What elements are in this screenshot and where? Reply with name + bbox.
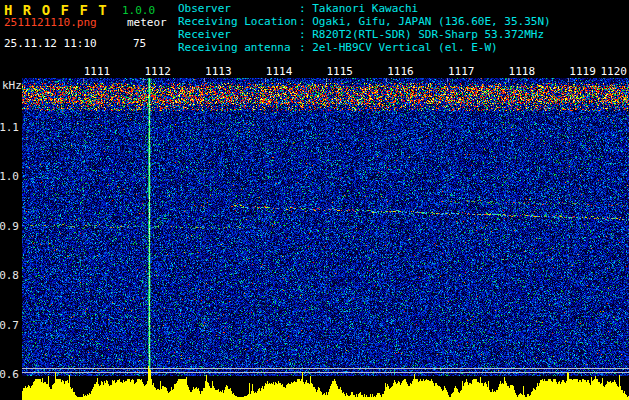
- info-value: : 2el-HB9CV Vertical (el. E-W): [299, 41, 551, 54]
- time-tick-label: 1114: [266, 65, 293, 78]
- time-tick-label: 1115: [327, 65, 354, 78]
- hrofft-window: H R O F F T 1.0.0 2511121110.png meteor …: [0, 0, 629, 400]
- info-value: : Ogaki, Gifu, JAPAN (136.60E, 35.35N): [299, 15, 551, 28]
- frequency-unit-label: kHz: [2, 79, 22, 92]
- info-label: Receiving Location: [178, 15, 299, 28]
- time-tick-label: 1112: [144, 65, 171, 78]
- freq-tick-label: 1.0: [0, 170, 19, 183]
- info-label: Receiving antenna: [178, 41, 299, 54]
- time-axis: 1111111211131114111511161117111811191120: [0, 65, 629, 78]
- time-tick-label: 1120: [601, 65, 628, 78]
- info-value: : Takanori Kawachi: [299, 2, 551, 15]
- freq-tick-label: 1.1: [0, 121, 19, 134]
- frequency-axis: 1.11.00.90.80.70.6: [0, 0, 21, 400]
- freq-tick-label: 0.9: [0, 220, 19, 233]
- time-tick-label: 1117: [448, 65, 475, 78]
- time-tick-label: 1119: [569, 65, 596, 78]
- info-value: : R820T2(RTL-SDR) SDR-Sharp 53.372MHz: [299, 28, 551, 41]
- time-tick-label: 1118: [509, 65, 536, 78]
- spectrogram-canvas: [22, 78, 629, 400]
- station-info-panel: Observer : Takanori Kawachi Receiving Lo…: [178, 2, 551, 54]
- info-label: Observer: [178, 2, 299, 15]
- freq-tick-label: 0.6: [0, 368, 19, 381]
- time-tick-label: 1113: [205, 65, 232, 78]
- sample-count: 75: [133, 37, 146, 50]
- freq-tick-label: 0.8: [0, 269, 19, 282]
- mode-label: meteor: [127, 16, 167, 29]
- info-label: Receiver: [178, 28, 299, 41]
- time-tick-label: 1116: [387, 65, 414, 78]
- freq-tick-label: 0.7: [0, 319, 19, 332]
- time-tick-label: 1111: [84, 65, 111, 78]
